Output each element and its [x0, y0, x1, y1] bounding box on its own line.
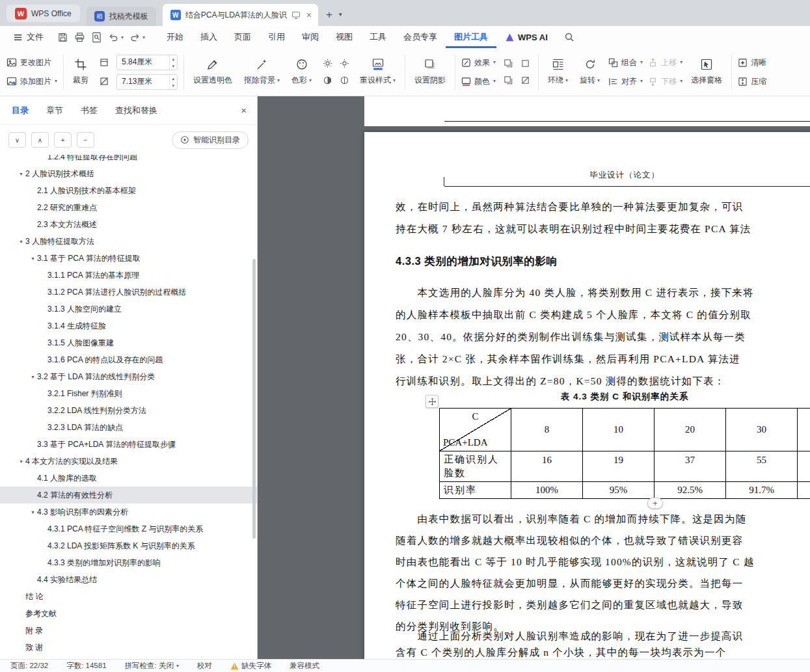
toc-collapse-icon[interactable]: ▾ [29, 374, 37, 380]
toc-item[interactable]: 3.2.1 Fisher 判别准则 [0, 385, 257, 402]
group-button[interactable]: 组合 ▾ [608, 56, 643, 69]
table-header-cell[interactable]: 30 [726, 409, 798, 451]
table-insert-row-button[interactable]: + [647, 498, 663, 509]
sidebar-tab-contents[interactable]: 目录 [12, 105, 29, 116]
spellcheck-dropdown-icon[interactable]: ▾ [176, 664, 179, 669]
height-step-down-icon[interactable]: ▾ [170, 62, 178, 70]
file-menu-button[interactable]: 文件 [8, 31, 49, 43]
document-text-line[interactable]: 效，在时间上，虽然两种算法结合要比单独的一种算法要更加复杂，可识 [396, 196, 751, 218]
picture-width-input[interactable] [117, 77, 157, 87]
toc-collapse-all-button[interactable]: ∧ [31, 132, 49, 148]
table-cell[interactable]: 95% [583, 482, 655, 499]
table-cell[interactable]: 91.7% [726, 482, 798, 499]
toc-item[interactable]: 4.2 算法的有效性分析 [0, 487, 257, 504]
menu-tab-picture-tools[interactable]: 图片工具 [446, 26, 496, 48]
toc-item[interactable]: 2.2 研究的重难点 [0, 199, 257, 216]
table-header-cell[interactable]: 8 [511, 409, 583, 451]
word-count[interactable]: 字数: 14581 [66, 661, 106, 671]
increase-contrast-button[interactable] [320, 74, 334, 87]
new-tab-button[interactable]: + [326, 9, 332, 20]
previous-page-bottom[interactable] [364, 96, 810, 126]
toc-collapse-icon[interactable]: ▾ [17, 459, 25, 464]
toc-zoom-out-button[interactable]: − [77, 132, 94, 148]
toc-collapse-icon[interactable]: ▾ [29, 256, 37, 262]
redo-button[interactable] [127, 29, 142, 45]
save-button[interactable] [55, 29, 70, 45]
decrease-contrast-button[interactable] [337, 74, 351, 87]
smart-toc-button[interactable]: 智能识别目录 [172, 131, 249, 149]
toc-item[interactable]: 3.1.4 生成特征脸 [0, 317, 257, 334]
document-text-line[interactable]: 行训练和识别。取上文得出的 Z=80，K=50 测得的数据统计如下表： [396, 370, 754, 392]
document-text-line[interactable]: 随着人数的增多就越大概率出现较相似的个体，也就导致了错误识别更容 [396, 530, 755, 551]
proofread-button[interactable]: 校对 [197, 661, 212, 671]
undo-button[interactable] [105, 29, 121, 45]
document-text-line[interactable]: 含有 C 个类别的人脸库分解成 n 个小块，其中的每一块均表示为一个 [396, 644, 743, 659]
shadow-style-button-2[interactable] [518, 57, 532, 70]
rotate-dropdown-icon[interactable]: ▾ [597, 78, 600, 83]
menu-tab-start[interactable]: 开始 [158, 26, 192, 48]
sidebar-scrollbar[interactable] [252, 259, 256, 539]
picture-color-button[interactable]: 颜色 ▾ [461, 75, 496, 88]
tab-docer-template[interactable]: 稻 找稿壳模板 [87, 7, 156, 26]
toc-item[interactable]: ▾3 人脸特征提取方法 [0, 233, 257, 250]
tab-wps-home[interactable]: W WPS Office [7, 5, 80, 22]
width-step-up-icon[interactable]: ▴ [170, 75, 178, 82]
section-heading[interactable]: 4.3.3 类别的增加对识别率的影响 [396, 254, 557, 269]
reset-style-dropdown-icon[interactable]: ▾ [393, 78, 396, 83]
selection-pane-button[interactable]: 选择窗格 [688, 57, 725, 87]
toc-collapse-icon[interactable]: ▾ [29, 509, 37, 515]
group-dropdown-icon[interactable]: ▾ [640, 60, 643, 65]
table-row-label[interactable]: 正确识别人脸数 [440, 451, 511, 482]
table-header-cell[interactable] [798, 409, 810, 451]
document-text-line[interactable]: 20、30、40。依据分好的类别制作出训练集与测试集，测试样本从每一类 [396, 326, 754, 348]
effects-dropdown-icon[interactable]: ▾ [493, 60, 496, 65]
table-cell[interactable]: 37 [655, 451, 726, 482]
menu-tab-reference[interactable]: 引用 [260, 26, 293, 48]
menu-tab-view[interactable]: 视图 [327, 26, 361, 48]
table-header-cell[interactable]: 20 [655, 409, 726, 451]
undo-dropdown-icon[interactable]: ▾ [121, 34, 124, 40]
table-cell[interactable]: 55 [726, 451, 798, 482]
toc-item[interactable]: ▾4 本文方法的实现以及结果 [0, 453, 257, 470]
shadow-style-button-4[interactable] [518, 74, 532, 87]
reset-picture-style-button[interactable]: 重设样式▾ [357, 57, 399, 87]
table-corner-cell[interactable]: CPCA+LDA [440, 409, 511, 451]
add-picture-dropdown-icon[interactable]: ▾ [55, 79, 57, 84]
table-cell[interactable]: 16 [511, 451, 583, 482]
menu-tab-wps-ai[interactable]: WPS AI [496, 26, 556, 48]
add-picture-button[interactable]: 添加图片 ▾ [7, 75, 57, 88]
menu-tab-page[interactable]: 页面 [226, 26, 260, 48]
sidebar-tab-chapters[interactable]: 章节 [46, 105, 63, 116]
picture-color-adjust-button[interactable]: 色彩▾ [288, 57, 315, 87]
decrease-brightness-button[interactable] [337, 57, 351, 70]
rotate-button[interactable]: 旋转▾ [576, 57, 603, 87]
crop-by-shape-button[interactable] [97, 56, 111, 69]
document-text-line[interactable]: 特征子空间上进行投影时，类别越多它们之间的重复区域也就越大，导致 [396, 594, 755, 615]
menu-tab-tools[interactable]: 工具 [361, 26, 395, 48]
toc-item[interactable]: 4.3.1 PCA 特征子空间维数 Z 与识别率的关系 [0, 520, 257, 537]
picture-effects-button[interactable]: 效果 ▾ [461, 56, 496, 69]
toc-item[interactable]: 参考文献 [0, 605, 257, 622]
toc-item[interactable]: 2.3 本文方法概述 [0, 216, 257, 233]
document-page[interactable]: 毕业设计（论文） 效，在时间上，虽然两种算法结合要比单独的一种算法要更加复杂，可… [364, 132, 810, 659]
align-dropdown-icon[interactable]: ▾ [640, 79, 643, 84]
compatibility-mode[interactable]: 兼容模式 [290, 661, 319, 671]
table-cell[interactable] [798, 482, 810, 499]
table-cell[interactable]: 100% [511, 482, 583, 499]
spellcheck-status[interactable]: 拼写检查: 关闭 ▾ [125, 661, 179, 671]
table-row-label[interactable]: 识别率 [440, 482, 511, 499]
toc-item[interactable]: 3.1.5 人脸图像重建 [0, 334, 257, 351]
toc-item[interactable]: 1.2.4 特征提取存在的问题 [0, 155, 257, 165]
toc-item[interactable]: 3.2.2 LDA 线性判别分类方法 [0, 402, 257, 419]
toc-item[interactable]: 致 谢 [0, 639, 257, 656]
toc-item[interactable]: 4.3.2 LDA 投影矩阵系数 K 与识别率的关系 [0, 537, 257, 554]
increase-brightness-button[interactable] [320, 57, 334, 70]
toc-item[interactable]: ▾3.2 基于 LDA 算法的线性判别分类 [0, 368, 257, 385]
tab-list-dropdown-icon[interactable]: ▾ [339, 12, 342, 18]
document-text-line[interactable]: 通过上面分析类别对人脸识别率造成的影响，现在为了进一步提高识 [396, 628, 743, 644]
shadow-style-button-1[interactable] [501, 57, 515, 70]
toc-item[interactable]: ▾3.1 基于 PCA 算法的特征提取 [0, 250, 257, 267]
compress-picture-button[interactable]: 压缩 [738, 75, 766, 88]
document-text-line[interactable]: 张，合计 2×C 张，其余样本留作训练集，然后再利用 PCA+LDA 算法进 [396, 348, 754, 370]
close-sidebar-icon[interactable]: × [241, 105, 247, 116]
